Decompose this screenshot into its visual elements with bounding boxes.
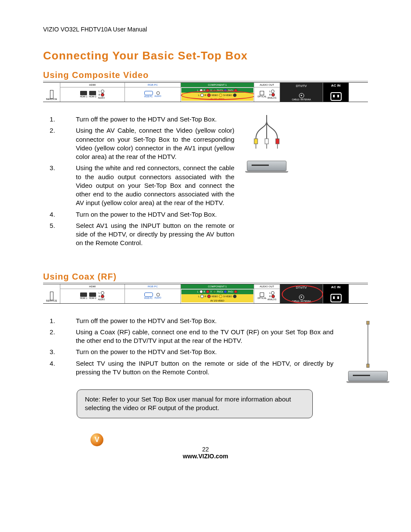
coax-cable-icon [364, 321, 372, 368]
coax-steps-list: Turn off the power to the HDTV and Set-T… [43, 317, 368, 377]
list-item: Turn off the power to the HDTV and Set-T… [57, 115, 234, 124]
list-item: Turn on the power to the HDTV and Set-To… [57, 210, 234, 219]
page-number: 22 [202, 446, 209, 453]
list-item: Using the white and red connectors, conn… [57, 164, 234, 207]
settop-box-icon [247, 161, 286, 171]
list-item: Turn on the power to the HDTV and Set-To… [57, 348, 333, 356]
composite-steps-list: Turn off the power to the HDTV and Set-T… [43, 115, 234, 248]
list-item: Turn off the power to the HDTV and Set-T… [57, 317, 333, 325]
svg-rect-2 [276, 139, 279, 144]
av-cable-figure [243, 115, 290, 173]
highlight-dtv-area-icon [282, 285, 323, 303]
main-title: Connecting Your Basic Set-Top Box [43, 49, 368, 62]
list-item: Select AV1 using the INPUT button on the… [57, 221, 234, 248]
page-footer: 22 www.VIZIO.com [183, 446, 228, 460]
av-cable-icon [249, 115, 284, 158]
list-item: Select TV using the INPUT button on the … [57, 359, 333, 377]
highlight-av-area-icon [181, 90, 256, 100]
ac-in-port-icon [330, 92, 342, 101]
rear-panel-diagram-coax: SERVICE HDMI HDMI 1 HDMI 2 L R AUDIO RGB… [43, 284, 368, 304]
section-composite-title: Using Composite Video [43, 70, 368, 81]
footer-url: www.VIZIO.com [183, 453, 228, 460]
section-coax-title: Using Coax (RF) [43, 272, 368, 283]
hdmi2-port-icon [89, 91, 96, 95]
settop-box-icon [348, 371, 388, 381]
coax-cable-figure [346, 321, 389, 383]
vizio-logo-icon: V [90, 433, 103, 446]
svg-rect-6 [367, 321, 369, 324]
hdmi1-port-icon [80, 91, 87, 95]
svg-rect-8 [367, 364, 369, 367]
svg-rect-1 [265, 139, 268, 144]
list-item: Using a Coax (RF) cable, connect one end… [57, 328, 333, 345]
rear-panel-diagram-composite: SERVICE HDMI HDMI 1 HDMI 2 L R AUDIO RGB… [43, 82, 368, 102]
coax-port-icon [299, 93, 304, 98]
list-item: Using the AV Cable, connect the Video (y… [57, 126, 234, 161]
ac-in-port-icon [330, 294, 342, 302]
note-box: Note: Refer to your Set Top Box user man… [77, 389, 313, 418]
document-header: VIZIO VO32L FHDTV10A User Manual [43, 26, 368, 33]
svg-rect-0 [254, 139, 258, 144]
